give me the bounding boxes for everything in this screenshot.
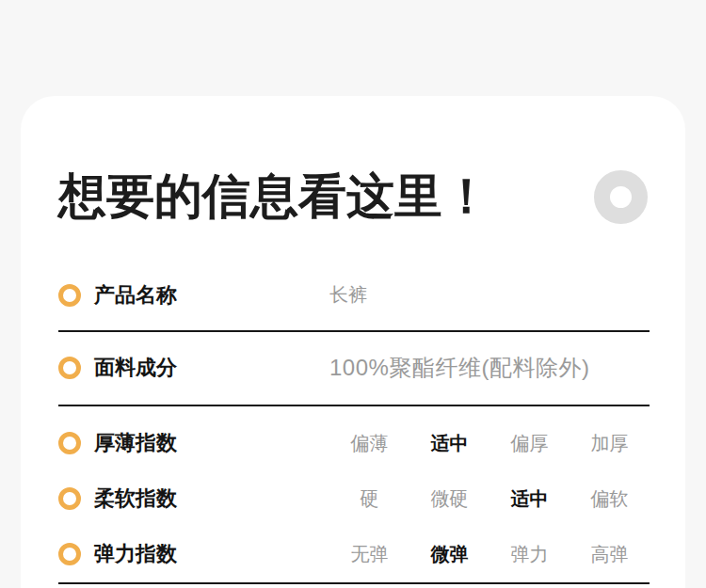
row-label: 柔软指数 [94, 485, 177, 513]
option: 偏厚 [489, 431, 570, 456]
ring-bullet-icon [58, 357, 81, 379]
option: 加厚 [570, 431, 650, 456]
header: 想要的信息看这里！ [58, 96, 650, 225]
option: 硬 [329, 486, 409, 512]
option-scale: 偏薄 适中 偏厚 加厚 [329, 431, 650, 456]
product-info-page: 想要的信息看这里！ 产品名称 长裤 面料成分 100%聚酯纤维(配料除外) 厚薄… [0, 0, 706, 588]
row-value: 长裤 [329, 282, 367, 308]
ring-bullet-icon [58, 432, 81, 454]
index-row-elasticity: 弹力指数 无弹 微弹 弹力 高弹 [58, 527, 650, 582]
option-scale: 无弹 微弹 弹力 高弹 [329, 542, 650, 567]
index-row-thickness: 厚薄指数 偏薄 适中 偏厚 加厚 [58, 416, 650, 471]
ring-bullet-icon [58, 487, 81, 510]
option: 偏薄 [329, 431, 409, 456]
option-selected: 适中 [409, 431, 489, 456]
option: 偏软 [570, 486, 650, 512]
index-row-softness: 柔软指数 硬 微硬 适中 偏软 [58, 471, 650, 527]
ring-bullet-icon [58, 284, 81, 307]
row-label: 厚薄指数 [94, 429, 177, 457]
option: 无弹 [329, 542, 409, 567]
option-selected: 适中 [489, 486, 570, 512]
info-row-fabric: 面料成分 100%聚酯纤维(配料除外) [58, 332, 650, 406]
row-label-zone: 厚薄指数 [58, 429, 329, 457]
option: 微硬 [409, 486, 489, 512]
product-info-card: 想要的信息看这里！ 产品名称 长裤 面料成分 100%聚酯纤维(配料除外) 厚薄… [21, 96, 685, 588]
row-label-zone: 面料成分 [58, 354, 329, 382]
option-scale: 硬 微硬 适中 偏软 [329, 486, 650, 512]
row-label-zone: 弹力指数 [58, 540, 329, 568]
row-value: 100%聚酯纤维(配料除外) [329, 353, 589, 383]
page-title: 想要的信息看这里！ [58, 169, 490, 225]
index-group: 厚薄指数 偏薄 适中 偏厚 加厚 柔软指数 硬 微硬 适中 [58, 406, 650, 584]
ring-icon [594, 170, 648, 224]
option: 弹力 [489, 542, 570, 567]
row-label: 弹力指数 [94, 540, 177, 568]
option-selected: 微弹 [409, 542, 489, 567]
info-row-product-name: 产品名称 长裤 [58, 261, 650, 332]
row-label-zone: 柔软指数 [58, 485, 329, 513]
option: 高弹 [570, 542, 650, 567]
row-label: 面料成分 [94, 354, 177, 382]
row-label-zone: 产品名称 [58, 281, 329, 310]
row-label: 产品名称 [94, 281, 177, 310]
ring-bullet-icon [58, 543, 81, 565]
